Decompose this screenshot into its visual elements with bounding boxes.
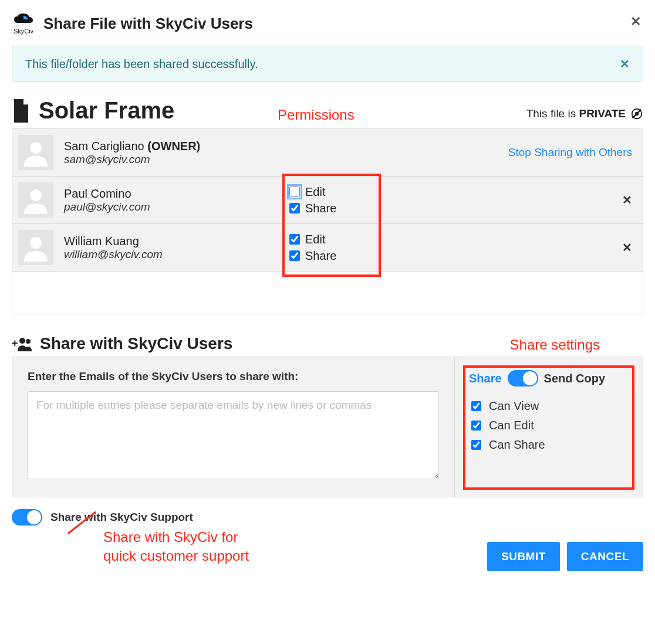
user-row: Paul Comino paul@skyciv.com Edit Share ✕ xyxy=(12,177,643,224)
alert-text: This file/folder has been shared success… xyxy=(25,57,258,71)
remove-user-icon[interactable]: ✕ xyxy=(622,241,632,254)
share-body: Enter the Emails of the SkyCiv Users to … xyxy=(12,357,643,497)
add-users-icon: + xyxy=(12,336,33,351)
toggle-copy-label: Send Copy xyxy=(544,372,605,385)
privacy-prefix: This file is xyxy=(526,107,579,120)
cancel-button[interactable]: CANCEL xyxy=(567,542,643,571)
share-mode-toggle[interactable] xyxy=(508,370,538,387)
svg-point-5 xyxy=(30,237,42,249)
perm-edit-label: Edit xyxy=(305,185,325,199)
privacy-status: This file is PRIVATE xyxy=(526,107,643,124)
emails-textarea[interactable] xyxy=(28,391,439,479)
share-section-header: + Share with SkyCiv Users xyxy=(9,334,646,357)
can-edit-checkbox[interactable] xyxy=(471,421,481,431)
alert-close-icon[interactable]: ✕ xyxy=(620,57,630,71)
share-support-toggle[interactable] xyxy=(12,509,42,526)
user-email: william@skyciv.com xyxy=(64,248,275,261)
perm-edit-checkbox[interactable] xyxy=(289,234,300,245)
can-share-checkbox[interactable] xyxy=(471,440,481,450)
perm-edit-label: Edit xyxy=(305,233,325,246)
user-name: Paul Comino xyxy=(64,187,275,201)
eye-off-icon xyxy=(630,107,643,120)
success-alert: This file/folder has been shared success… xyxy=(12,46,643,82)
logo-text: SkyCiv xyxy=(13,28,33,35)
avatar xyxy=(18,230,53,265)
file-header: Solar Frame This file is PRIVATE xyxy=(9,97,646,128)
perm-share-label: Share xyxy=(305,249,336,263)
svg-point-8 xyxy=(26,339,31,344)
user-email: paul@skyciv.com xyxy=(64,201,275,213)
stop-sharing-link[interactable]: Stop Sharing with Others xyxy=(508,146,632,158)
emails-field-label: Enter the Emails of the SkyCiv Users to … xyxy=(28,370,439,383)
can-view-checkbox[interactable] xyxy=(471,401,481,411)
owner-tag: (OWNER) xyxy=(147,140,200,152)
users-list: Sam Carigliano (OWNER) sam@skyciv.com St… xyxy=(12,128,643,314)
share-support-label: Share with SkyCiv Support xyxy=(50,511,193,524)
avatar xyxy=(18,182,53,218)
skyciv-logo: SkyCiv xyxy=(9,11,38,36)
can-edit-label: Can Edit xyxy=(489,419,534,432)
user-name: Sam Carigliano xyxy=(64,140,144,152)
svg-text:+: + xyxy=(12,337,18,349)
user-name: William Kuang xyxy=(64,235,275,248)
user-row-owner: Sam Carigliano (OWNER) sam@skyciv.com St… xyxy=(12,129,643,177)
can-share-label: Can Share xyxy=(489,438,545,452)
file-title: Solar Frame xyxy=(39,97,174,124)
file-icon xyxy=(12,99,31,123)
modal-title: Share File with SkyCiv Users xyxy=(43,15,253,33)
svg-point-4 xyxy=(30,189,42,201)
share-section-title: Share with SkyCiv Users xyxy=(40,334,232,353)
submit-button[interactable]: SUBMIT xyxy=(487,542,560,571)
privacy-state: PRIVATE xyxy=(579,107,626,120)
user-row: William Kuang william@skyciv.com Edit Sh… xyxy=(12,224,643,272)
svg-line-2 xyxy=(633,110,642,118)
avatar xyxy=(18,135,53,170)
perm-edit-checkbox[interactable] xyxy=(289,187,300,197)
close-icon[interactable]: ✕ xyxy=(630,14,641,29)
perm-share-checkbox[interactable] xyxy=(289,203,300,213)
svg-point-7 xyxy=(19,338,25,344)
svg-point-3 xyxy=(30,142,42,154)
user-email: sam@skyciv.com xyxy=(64,153,275,166)
share-modal: SkyCiv Share File with SkyCiv Users ✕ Th… xyxy=(0,0,655,589)
modal-header: SkyCiv Share File with SkyCiv Users xyxy=(9,11,646,36)
toggle-share-label: Share xyxy=(469,372,502,385)
perm-share-checkbox[interactable] xyxy=(289,250,300,261)
can-view-label: Can View xyxy=(489,399,539,413)
perm-share-label: Share xyxy=(305,202,336,215)
remove-user-icon[interactable]: ✕ xyxy=(622,194,632,206)
